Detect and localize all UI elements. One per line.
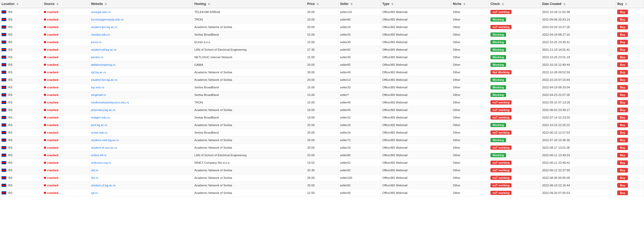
cell-website[interactable]: redcross.org.rs (89, 159, 193, 167)
cell-buy[interactable]: Buy (616, 31, 644, 38)
cell-buy[interactable]: Buy (616, 182, 644, 189)
col-header-niche[interactable]: Niche ⇅ (451, 0, 489, 8)
col-header-source[interactable]: Source ⇅ (42, 0, 89, 8)
website-link[interactable]: pmf.kg.ac.rs (91, 123, 107, 127)
cell-website[interactable]: student.med.bg.ac.rs (89, 136, 193, 144)
cell-buy[interactable]: Buy (616, 99, 644, 106)
cell-website[interactable]: student.fon.bg.ac.rs (89, 76, 193, 84)
buy-button[interactable]: Buy (617, 138, 628, 142)
cell-website[interactable]: student.etf.bg.ac.rs (89, 46, 193, 54)
cell-website[interactable]: tfzr.rs (89, 174, 193, 182)
buy-button[interactable]: Buy (617, 77, 628, 82)
cell-buy[interactable]: Buy (616, 76, 644, 84)
cell-website[interactable]: mesbor.edu.rs (89, 31, 193, 38)
col-header-location[interactable]: Location ⇅ (0, 0, 42, 8)
website-link[interactable]: student.fon.bg.ac.rs (91, 78, 117, 81)
cell-buy[interactable]: Buy (616, 16, 644, 23)
buy-button[interactable]: Buy (617, 108, 628, 112)
website-link[interactable]: pharmacy.bg.ac.rs (91, 108, 115, 112)
col-header-website[interactable]: Website ⇅ (89, 0, 193, 8)
buy-button[interactable]: Buy (617, 85, 628, 90)
col-header-type[interactable]: Type ⇅ (381, 0, 451, 8)
cell-buy[interactable]: Buy (616, 174, 644, 182)
website-link[interactable]: student.ef.uns.ac.rs (91, 146, 117, 149)
cell-buy[interactable]: Buy (616, 136, 644, 144)
col-header-hosting[interactable]: Hosting ⇅ (193, 0, 306, 8)
buy-button[interactable]: Buy (617, 47, 628, 52)
col-header-check[interactable]: Check ⇅ (489, 0, 540, 8)
cell-website[interactable]: pmf.kg.ac.rs (89, 121, 193, 129)
cell-website[interactable]: smart.edu.rs (89, 129, 193, 136)
cell-website[interactable]: matgim.edu.rs (89, 114, 193, 121)
website-link[interactable]: smart.edu.rs (91, 131, 108, 134)
website-link[interactable]: tfzr.rs (91, 176, 98, 179)
cell-buy[interactable]: Buy (616, 114, 644, 121)
cell-buy[interactable]: Buy (616, 152, 644, 159)
cell-buy[interactable]: Buy (616, 54, 644, 61)
col-header-date[interactable]: Date Created ⇅ (540, 0, 615, 8)
buy-button[interactable]: Buy (617, 160, 628, 165)
cell-buy[interactable]: Buy (616, 91, 644, 99)
buy-button[interactable]: Buy (617, 10, 628, 14)
buy-button[interactable]: Buy (617, 115, 628, 120)
buy-button[interactable]: Buy (617, 153, 628, 158)
website-link[interactable]: loznickaginmazija.edu.rs (91, 18, 123, 21)
cell-website[interactable]: student.uf.bg.ac.rs (89, 182, 193, 189)
website-link[interactable]: student.uf.bg.ac.rs (91, 184, 116, 187)
col-header-price[interactable]: Price ⇅ (306, 0, 338, 8)
website-link[interactable]: pantim.rs (91, 56, 103, 59)
cell-website[interactable]: pantim.rs (89, 54, 193, 61)
cell-website[interactable]: jcerni.rs (89, 38, 193, 46)
buy-button[interactable]: Buy (617, 100, 628, 105)
buy-button[interactable]: Buy (617, 93, 628, 97)
website-link[interactable]: rgf.bg.ac.rs (91, 71, 106, 74)
website-link[interactable]: ekf.rs (91, 169, 98, 172)
buy-button[interactable]: Buy (617, 17, 628, 22)
cell-buy[interactable]: Buy (616, 129, 644, 136)
cell-buy[interactable]: Buy (616, 46, 644, 54)
cell-website[interactable]: rgf.rs (89, 189, 193, 197)
col-header-seller[interactable]: Seller ⇅ (338, 0, 381, 8)
buy-button[interactable]: Buy (617, 183, 628, 188)
buy-button[interactable]: Buy (617, 130, 628, 135)
cell-website[interactable]: student.ef.uns.ac.rs (89, 144, 193, 152)
buy-button[interactable]: Buy (617, 32, 628, 37)
website-link[interactable]: deltaInzenjering.rs (91, 63, 115, 66)
cell-buy[interactable]: Buy (616, 144, 644, 152)
cell-website[interactable]: rgf.bg.ac.rs (89, 69, 193, 76)
cell-website[interactable]: student.fpn.bg.ac.rs (89, 23, 193, 31)
website-link[interactable]: redcross.org.rs (91, 161, 111, 164)
website-link[interactable]: matgim.edu.rs (91, 116, 110, 119)
buy-button[interactable]: Buy (617, 123, 628, 127)
cell-buy[interactable]: Buy (616, 61, 644, 69)
website-link[interactable]: student.fpn.bg.ac.rs (91, 25, 117, 29)
buy-button[interactable]: Buy (617, 55, 628, 60)
website-link[interactable]: student.med.bg.ac.rs (91, 139, 119, 142)
buy-button[interactable]: Buy (617, 191, 628, 195)
buy-button[interactable]: Buy (617, 62, 628, 67)
website-link[interactable]: online.etf.rs (91, 154, 106, 157)
cell-website[interactable]: deltaInzenjering.rs (89, 61, 193, 69)
website-link[interactable]: student.etf.bg.ac.rs (91, 48, 116, 51)
buy-button[interactable]: Buy (617, 25, 628, 29)
cell-website[interactable]: pharmacy.bg.ac.rs (89, 106, 193, 114)
cell-website[interactable]: medicinskaskolauzice.edu.rs (89, 99, 193, 106)
website-link[interactable]: mesbor.edu.rs (91, 33, 110, 36)
buy-button[interactable]: Buy (617, 145, 628, 150)
website-link[interactable]: oscegar.edu.rs (91, 10, 110, 14)
cell-buy[interactable]: Buy (616, 106, 644, 114)
cell-website[interactable]: tsp.edu.rs (89, 84, 193, 91)
cell-website[interactable]: ekf.rs (89, 167, 193, 174)
buy-button[interactable]: Buy (617, 70, 628, 75)
website-link[interactable]: tsp.edu.rs (91, 86, 104, 89)
buy-button[interactable]: Buy (617, 168, 628, 173)
cell-website[interactable]: loznickaginmazija.edu.rs (89, 16, 193, 23)
website-link[interactable]: medicinskaskolauzice.edu.rs (91, 101, 129, 104)
cell-buy[interactable]: Buy (616, 189, 644, 197)
cell-buy[interactable]: Buy (616, 23, 644, 31)
website-link[interactable]: rgf.rs (91, 191, 98, 194)
cell-buy[interactable]: Buy (616, 84, 644, 91)
cell-buy[interactable]: Buy (616, 159, 644, 167)
cell-buy[interactable]: Buy (616, 167, 644, 174)
cell-buy[interactable]: Buy (616, 38, 644, 46)
